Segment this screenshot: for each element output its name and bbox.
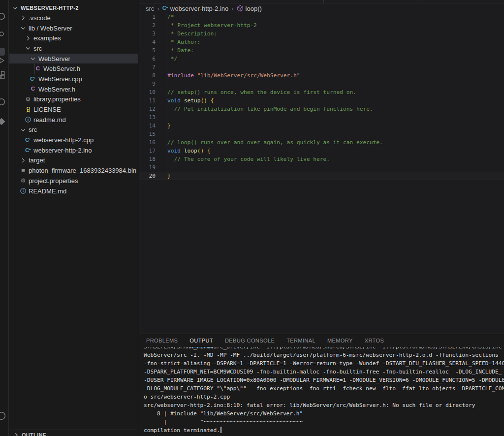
output-line-7: src/webserver-http-2.ino:8:10: fatal err… — [144, 401, 504, 409]
info-icon — [25, 116, 32, 123]
panel-tab-xrtos[interactable]: XRTOS — [365, 335, 384, 347]
line-number: 9 — [139, 80, 156, 88]
tree-item-readme-md[interactable]: README.md — [9, 186, 138, 196]
panel-tab-debug-console[interactable]: DEBUG CONSOLE — [225, 335, 275, 347]
tree-item-webserver-h[interactable]: CWebServer.h — [9, 63, 138, 74]
circle-outline-icon[interactable] — [0, 97, 7, 108]
tree-item-src[interactable]: src — [9, 125, 138, 135]
breadcrumb-item-loop-[interactable]: loop() — [237, 5, 262, 12]
tree-item-readme-md[interactable]: readme.md — [9, 115, 138, 125]
code-line-content: #include "lib/WebServer/src/WebServer.h" — [167, 71, 300, 80]
code-line-3[interactable]: 3 * Description: — [139, 30, 504, 38]
tree-item-examples[interactable]: examples — [9, 33, 138, 43]
code-line-19[interactable]: 19 — [139, 163, 504, 172]
code-line-5[interactable]: 5 * Date: — [139, 46, 504, 55]
tree-item-lib-webserver[interactable]: lib / WebServer — [9, 23, 138, 33]
bin-file-icon: ≡ — [19, 167, 27, 174]
tree-item-project-properties[interactable]: ⚙project.properties — [9, 176, 138, 186]
code-editor[interactable]: 1/*2 * Project webserver-http-23 * Descr… — [139, 13, 504, 334]
chevron-down-icon[interactable] — [19, 126, 27, 133]
code-line-content: * Author: — [167, 38, 200, 46]
line-number: 18 — [139, 155, 156, 163]
search-icon[interactable] — [0, 12, 7, 23]
code-line-18[interactable]: 18 // The core of your code will likely … — [139, 155, 504, 163]
breadcrumb-item-src[interactable]: src — [146, 5, 154, 12]
cpp-file-icon: C⁺ — [162, 5, 168, 11]
account-icon[interactable] — [0, 411, 7, 422]
c-file-icon: C — [36, 66, 40, 72]
tree-item-library-properties[interactable]: ⚙library.properties — [9, 94, 138, 105]
tree-item-webserver-cpp[interactable]: C⁺WebServer.cpp — [9, 74, 138, 84]
panel-tab-output[interactable]: OUTPUT — [189, 335, 213, 347]
symbol-method-icon — [237, 5, 244, 12]
chevron-down-icon[interactable] — [11, 4, 19, 11]
line-number: 12 — [139, 105, 156, 113]
code-line-10[interactable]: 10// setup() runs once, when the device … — [139, 88, 504, 96]
code-line-8[interactable]: 8#include "lib/WebServer/src/WebServer.h… — [139, 71, 504, 80]
extensions-icon[interactable] — [0, 71, 7, 82]
code-line-2[interactable]: 2 * Project webserver-http-2 — [139, 21, 504, 30]
line-number: 4 — [139, 38, 156, 46]
chevron-right-icon[interactable] — [12, 432, 20, 436]
code-line-14[interactable]: 14} — [139, 122, 504, 130]
code-line-9[interactable]: 9 — [139, 80, 504, 88]
circle-badge-icon[interactable] — [0, 30, 7, 40]
tree-item-label: library.properties — [33, 95, 81, 103]
code-line-content: // Put initialization like pinMode and b… — [167, 105, 373, 113]
tree-item-label: WebServer.cpp — [38, 75, 82, 83]
tree-item-webserver-http-2-ino[interactable]: C⁺webserver-http-2.ino — [9, 145, 138, 156]
info-icon — [24, 116, 32, 123]
panel-tab-memory[interactable]: MEMORY — [327, 335, 353, 347]
tree-item-label: target — [29, 156, 45, 164]
chevron-down-icon[interactable] — [19, 25, 27, 31]
particle-logo-icon[interactable] — [0, 117, 7, 128]
line-number: 15 — [139, 130, 156, 138]
chevron-down-icon[interactable] — [24, 45, 32, 52]
tree-item-photon-firmware-1683932433984-bin[interactable]: ≡photon_firmware_1683932433984.bin — [9, 165, 138, 176]
line-number: 17 — [139, 147, 156, 155]
chevron-right-icon[interactable] — [24, 35, 32, 42]
project-root-folder[interactable]: WEBSERVER-HTTP-2 — [9, 2, 138, 13]
tree-item-label: photon_firmware_1683932433984.bin — [29, 167, 136, 174]
breadcrumb-item-webserver-http-2-ino[interactable]: C⁺webserver-http-2.ino — [162, 5, 229, 12]
tree-item-webserver[interactable]: WebServer — [9, 54, 138, 64]
gear-icon: ⚙ — [24, 96, 32, 102]
output-console[interactable]: STM32F2xx/SPARK_Firmware_Driver/inc -I..… — [139, 347, 504, 436]
code-line-20[interactable]: 20} — [139, 172, 504, 180]
tree-item-label: src — [29, 126, 37, 133]
code-line-1[interactable]: 1/* — [139, 13, 504, 21]
panel-tab-terminal[interactable]: TERMINAL — [286, 335, 315, 347]
code-line-16[interactable]: 16// loop() runs over and over again, as… — [139, 138, 504, 147]
code-line-content: // loop() runs over and over again, as q… — [167, 138, 383, 147]
line-number: 2 — [139, 21, 156, 30]
code-line-15[interactable]: 15 — [139, 130, 504, 138]
tree-item-webserver-http-2-cpp[interactable]: C⁺webserver-http-2.cpp — [9, 135, 138, 145]
code-line-content: * Project webserver-http-2 — [167, 21, 257, 30]
code-line-13[interactable]: 13 — [139, 113, 504, 122]
code-line-7[interactable]: 7 — [139, 63, 504, 71]
line-number: 8 — [139, 71, 156, 80]
code-line-11[interactable]: 11void setup() { — [139, 96, 504, 105]
code-line-6[interactable]: 6 */ — [139, 55, 504, 63]
chevron-down-icon[interactable] — [29, 55, 37, 62]
line-number: 10 — [139, 88, 156, 96]
chevron-right-icon[interactable] — [19, 157, 27, 164]
tree-item--vscode[interactable]: .vscode — [9, 13, 138, 23]
tree-item-label: project.properties — [29, 177, 78, 185]
panel-tab-problems[interactable]: PROBLEMS — [146, 335, 178, 347]
tree-item-src[interactable]: src — [9, 43, 138, 54]
chevron-right-icon[interactable] — [19, 14, 27, 21]
run-debug-icon[interactable] — [0, 56, 7, 67]
output-line-10: compilation terminated. — [144, 426, 504, 435]
code-line-4[interactable]: 4 * Author: — [139, 38, 504, 46]
tree-item-webserver-h[interactable]: CWebServer.h — [9, 84, 138, 94]
tree-item-license[interactable]: LICENSE — [9, 104, 138, 115]
license-icon — [24, 106, 32, 113]
editor-area: src›C⁺webserver-http-2.ino›loop() 1/*2 *… — [139, 0, 504, 334]
tree-item-target[interactable]: target — [9, 156, 138, 166]
outline-section-header[interactable]: OUTLINE — [9, 430, 138, 436]
code-line-12[interactable]: 12 // Put initialization like pinMode an… — [139, 105, 504, 113]
code-line-content: } — [167, 122, 171, 130]
outline-label: OUTLINE — [22, 432, 46, 436]
code-line-17[interactable]: 17void loop() { — [139, 147, 504, 155]
